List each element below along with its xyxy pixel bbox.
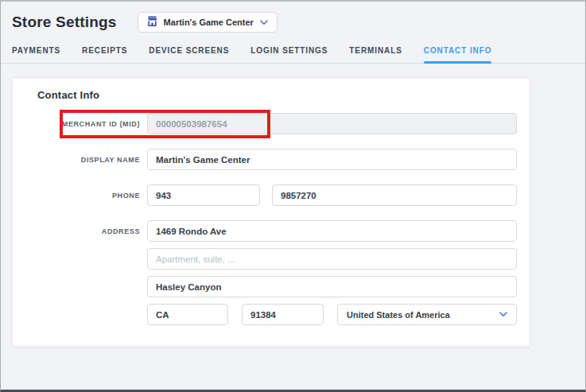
merchant-id-input	[147, 113, 517, 134]
phone-row: PHONE	[25, 184, 517, 206]
address-line2-input[interactable]	[147, 248, 517, 270]
tab-receipts[interactable]: RECEIPTS	[82, 39, 127, 63]
phone-number-input[interactable]	[272, 184, 517, 206]
merchant-id-row: MERCHANT ID (MID)	[25, 113, 517, 134]
tab-contact-info[interactable]: CONTACT INFO	[424, 39, 492, 63]
page-title: Store Settings	[12, 14, 117, 31]
store-selector[interactable]: Martin's Game Center	[138, 12, 277, 33]
store-settings-page: Store Settings Martin's Game Center PAYM…	[0, 0, 586, 392]
display-name-input[interactable]	[147, 149, 517, 170]
address-row: ADDRESS United States of America	[25, 220, 517, 325]
address-line1-input[interactable]	[147, 220, 517, 242]
storefront-icon	[147, 15, 157, 29]
tab-device-screens[interactable]: DEVICE SCREENS	[149, 39, 229, 63]
store-selector-value: Martin's Game Center	[164, 17, 254, 27]
state-input[interactable]	[147, 304, 228, 325]
display-name-row: DISPLAY NAME	[25, 149, 517, 170]
tab-payments[interactable]: PAYMENTS	[12, 39, 60, 63]
contact-info-card: Contact Info MERCHANT ID (MID) DISPLAY N…	[13, 79, 530, 346]
phone-area-code-input[interactable]	[147, 184, 260, 206]
tab-terminals[interactable]: TERMINALS	[349, 39, 402, 63]
tab-bar: PAYMENTS RECEIPTS DEVICE SCREENS LOGIN S…	[1, 39, 585, 64]
phone-label: PHONE	[25, 184, 140, 200]
display-name-label: DISPLAY NAME	[25, 149, 140, 164]
tab-login-settings[interactable]: LOGIN SETTINGS	[250, 39, 328, 63]
country-select-value: United States of America	[347, 310, 450, 320]
card-heading: Contact Info	[37, 89, 517, 101]
country-select[interactable]: United States of America	[337, 304, 517, 325]
city-input[interactable]	[147, 276, 517, 297]
address-label: ADDRESS	[25, 220, 140, 235]
chevron-down-icon	[260, 20, 268, 25]
merchant-id-label: MERCHANT ID (MID)	[25, 113, 140, 128]
page-header: Store Settings Martin's Game Center	[1, 2, 585, 39]
chevron-down-icon	[499, 312, 507, 317]
zip-input[interactable]	[242, 304, 324, 325]
